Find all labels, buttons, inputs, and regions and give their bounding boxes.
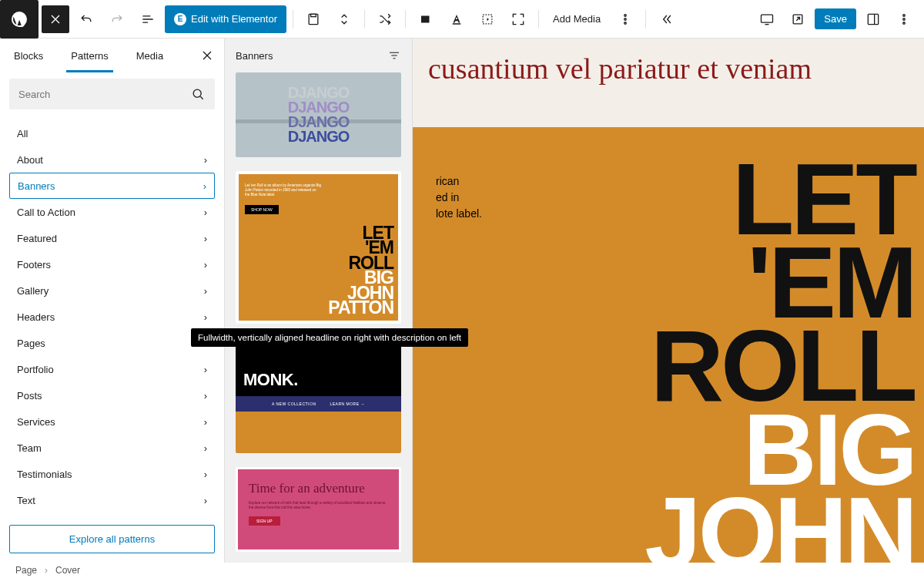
chevron-right-icon: › [204, 442, 207, 454]
chevron-right-icon: › [203, 180, 206, 192]
view-page-icon[interactable] [784, 5, 812, 33]
category-item-portfolio[interactable]: Portfolio› [9, 356, 215, 382]
document-overview-button[interactable] [134, 5, 162, 33]
add-media-button[interactable]: Add Media [545, 5, 608, 33]
category-item-testimonials[interactable]: Testimonials› [9, 461, 215, 487]
inserter-tabs: Blocks Patterns Media [0, 39, 224, 72]
toolbar-separator [293, 10, 293, 29]
pattern-preview-panel: Banners DJANGO DJANGO DJANGO DJANGO Let … [225, 39, 413, 563]
tab-blocks[interactable]: Blocks [0, 39, 57, 72]
pattern-tooltip: Fullwidth, vertically aligned headline o… [191, 328, 468, 347]
banner-headline: LET 'EM ROLL BIG JOHN PATTON [532, 158, 915, 563]
fullscreen-icon[interactable] [504, 5, 532, 33]
banner-description: rican ed in lote label. [436, 173, 528, 222]
category-item-featured[interactable]: Featured› [9, 225, 215, 251]
svg-point-14 [903, 18, 906, 20]
chevron-right-icon: › [204, 364, 207, 375]
redo-button[interactable] [103, 5, 131, 33]
filter-icon[interactable] [387, 49, 401, 62]
elementor-button-label: Edit with Elementor [191, 13, 277, 25]
move-tool-icon[interactable] [330, 5, 358, 33]
svg-rect-11 [868, 14, 878, 24]
pattern-search-box[interactable] [9, 79, 215, 109]
canvas-heading-section: cusantium vel pariatur et veniam [413, 39, 924, 127]
page-settings-icon[interactable] [300, 5, 327, 33]
category-item-text[interactable]: Text› [9, 487, 215, 513]
breadcrumb-separator: › [45, 565, 48, 576]
svg-rect-9 [762, 15, 773, 22]
shuffle-icon[interactable] [371, 5, 399, 33]
svg-point-6 [624, 14, 627, 16]
search-input[interactable] [18, 89, 190, 100]
pattern-thumb-django[interactable]: DJANGO DJANGO DJANGO DJANGO [236, 72, 401, 157]
svg-point-15 [903, 22, 906, 24]
save-button[interactable]: Save [815, 8, 856, 29]
chevron-right-icon: › [204, 416, 207, 428]
pattern-thumb-let-em-roll[interactable]: Let 'em Roll is an album by American org… [236, 171, 401, 324]
settings-sidebar-icon[interactable] [859, 5, 887, 33]
editor-canvas[interactable]: cusantium vel pariatur et veniam rican e… [413, 39, 924, 563]
background-tool-icon[interactable] [412, 5, 440, 33]
breadcrumb-page[interactable]: Page [15, 565, 37, 576]
breadcrumb: Page › Cover [0, 563, 924, 578]
pattern-thumb-monk[interactable]: MONK. A NEW COLLECTION LEARN MORE → [236, 338, 401, 453]
toolbar-separator [645, 10, 646, 29]
page-heading[interactable]: cusantium vel pariatur et veniam [428, 51, 909, 88]
svg-point-13 [903, 14, 906, 16]
close-inserter-button[interactable] [42, 5, 69, 33]
device-preview-icon[interactable] [753, 5, 781, 33]
category-item-banners[interactable]: Banners› [9, 173, 215, 199]
chevron-right-icon: › [204, 285, 207, 297]
inserter-panel: Blocks Patterns Media All About› Banners… [0, 39, 225, 563]
toolbar-right-group: Save [753, 5, 918, 33]
main-area: Blocks Patterns Media All About› Banners… [0, 39, 924, 563]
category-item-about[interactable]: About› [9, 146, 215, 173]
chevron-right-icon: › [204, 495, 207, 506]
undo-button[interactable] [72, 5, 100, 33]
pattern-category-title: Banners [236, 50, 273, 62]
collapse-toolbar-icon[interactable] [652, 5, 680, 33]
toolbar-separator [538, 10, 539, 29]
chevron-right-icon: › [204, 311, 207, 323]
category-item-headers[interactable]: Headers› [9, 304, 215, 330]
text-color-icon[interactable] [443, 5, 470, 33]
category-item-services[interactable]: Services› [9, 408, 215, 435]
svg-point-5 [487, 18, 488, 20]
pattern-thumbnails: DJANGO DJANGO DJANGO DJANGO Let 'em Roll… [225, 72, 412, 563]
chevron-right-icon: › [204, 259, 207, 271]
explore-all-patterns-button[interactable]: Explore all patterns [9, 525, 215, 553]
position-icon[interactable] [474, 5, 501, 33]
category-item-call-to-action[interactable]: Call to Action› [9, 199, 215, 225]
svg-point-16 [193, 89, 201, 97]
svg-point-7 [624, 18, 627, 20]
toolbar-separator [405, 10, 406, 29]
pattern-preview-header: Banners [225, 39, 412, 72]
wordpress-logo-button[interactable] [0, 0, 38, 39]
chevron-right-icon: › [204, 390, 207, 402]
svg-rect-0 [309, 14, 318, 24]
chevron-right-icon: › [204, 207, 207, 218]
pattern-category-list: All About› Banners› Call to Action› Feat… [0, 120, 224, 516]
svg-rect-1 [311, 14, 316, 16]
breadcrumb-cover[interactable]: Cover [55, 565, 80, 576]
pattern-thumb-adventure[interactable]: Time for an adventure Explore our networ… [236, 467, 401, 552]
svg-point-8 [624, 22, 627, 24]
category-item-pages[interactable]: Pages› [9, 330, 215, 356]
tab-patterns[interactable]: Patterns [57, 39, 122, 72]
category-item-posts[interactable]: Posts› [9, 382, 215, 408]
svg-rect-3 [453, 23, 461, 25]
canvas-banner-block[interactable]: rican ed in lote label. LET 'EM ROLL BIG… [413, 127, 924, 563]
category-item-team[interactable]: Team› [9, 435, 215, 461]
options-menu-icon[interactable] [890, 5, 918, 33]
edit-with-elementor-button[interactable]: E Edit with Elementor [165, 5, 286, 33]
close-inserter-icon[interactable] [193, 42, 221, 69]
chevron-right-icon: › [204, 233, 207, 244]
tab-media[interactable]: Media [122, 39, 177, 72]
toolbar-separator [364, 10, 365, 29]
category-item-footers[interactable]: Footers› [9, 251, 215, 277]
category-item-gallery[interactable]: Gallery› [9, 277, 215, 304]
chevron-right-icon: › [204, 154, 207, 166]
block-more-options-icon[interactable] [611, 5, 639, 33]
top-toolbar: E Edit with Elementor Add Media Sav [0, 0, 924, 39]
category-item-all[interactable]: All [9, 120, 215, 146]
